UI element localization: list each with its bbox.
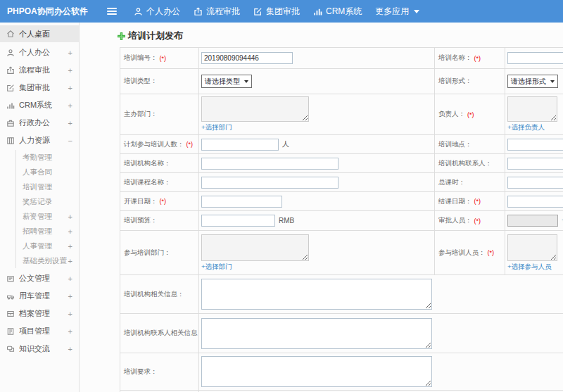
field-label: 负责人：	[438, 110, 465, 119]
expand-plus-icon[interactable]: +	[68, 292, 72, 301]
training-location-input[interactable]	[507, 139, 563, 151]
sidebar-hr-submenu: 考勤管理 人事合同 培训管理 奖惩记录 薪资管理 + 招聘管理 + 人事管理 +…	[15, 150, 79, 268]
training-type-select[interactable]: 请选择类型	[201, 75, 252, 88]
collapse-minus-icon[interactable]: −	[68, 137, 72, 145]
expand-plus-icon[interactable]: +	[68, 66, 72, 75]
required-mark: (*)	[474, 217, 481, 225]
sidebar-subitem-rewards[interactable]: 奖惩记录	[16, 194, 79, 209]
expand-plus-icon[interactable]: +	[68, 119, 72, 127]
required-mark: (*)	[160, 55, 167, 62]
participants-textarea[interactable]	[507, 234, 557, 261]
field-label: 结课日期：	[438, 197, 472, 206]
select-value: 请选择类型	[205, 77, 240, 87]
course-name-input[interactable]	[201, 177, 339, 189]
select-participants-link[interactable]: +选择参与人员	[507, 263, 552, 272]
sidebar-sublabel: 人事管理	[23, 241, 52, 251]
field-label: 培训编号：	[124, 53, 158, 63]
select-responsible-link[interactable]: +选择负责人	[507, 123, 545, 132]
host-department-textarea[interactable]	[201, 96, 309, 122]
expand-plus-icon[interactable]: +	[68, 213, 72, 221]
expand-plus-icon[interactable]: +	[68, 327, 72, 336]
topnav-group-approval[interactable]: 集团审批	[253, 6, 300, 18]
approver-input	[507, 215, 558, 227]
total-hours-input[interactable]	[507, 177, 563, 189]
page-title: 培训计划发布	[128, 30, 183, 42]
sidebar-subitem-salary[interactable]: 薪资管理 +	[16, 209, 79, 224]
participant-count-input[interactable]	[201, 139, 279, 151]
plus-icon	[117, 32, 126, 41]
sidebar-label: 行政办公	[19, 118, 50, 128]
end-date-input[interactable]	[507, 196, 563, 208]
expand-plus-icon[interactable]: +	[68, 257, 72, 265]
field-label: 培训机构联系人：	[438, 159, 492, 168]
topnav-label: 更多应用	[375, 6, 409, 18]
institution-contact-info-textarea[interactable]	[201, 318, 432, 349]
document-icon	[6, 274, 15, 283]
sidebar-item-desktop[interactable]: 个人桌面	[0, 25, 79, 42]
field-label: 参与培训人员：	[438, 248, 486, 258]
participant-departments-textarea[interactable]	[201, 234, 309, 261]
expand-plus-icon[interactable]: +	[68, 345, 72, 353]
top-nav: 个人办公 流程审批 集团审批 CRM系统 更多应用	[134, 6, 433, 18]
topnav-label: 集团审批	[266, 6, 300, 18]
sidebar-subitem-attendance[interactable]: 考勤管理	[16, 150, 79, 165]
field-label: 培训预算：	[124, 216, 158, 225]
institution-info-textarea[interactable]	[201, 279, 432, 310]
sidebar-label: CRM系统	[19, 100, 52, 110]
sidebar-item-group-approval[interactable]: 集团审批 +	[0, 79, 79, 96]
training-requirements-textarea[interactable]	[201, 356, 432, 387]
expand-plus-icon[interactable]: +	[68, 101, 72, 110]
form-row: 培训机构相关信息：	[120, 275, 563, 314]
field-label: 参与培训部门：	[124, 248, 171, 258]
training-form-select[interactable]: 请选择形式	[507, 75, 558, 88]
responsible-person-textarea[interactable]	[507, 96, 557, 122]
form-row: 培训预算： RMB 审批人员：(*) +选择审批人员	[120, 211, 563, 231]
flow-approval-icon	[6, 66, 15, 75]
sidebar-item-hr[interactable]: 人力资源 −	[0, 132, 79, 149]
sidebar-item-admin-office[interactable]: 行政办公 +	[0, 114, 79, 132]
sidebar-subitem-training[interactable]: 培训管理	[16, 179, 79, 194]
sidebar-subitem-personnel[interactable]: 人事管理 +	[16, 239, 79, 253]
expand-plus-icon[interactable]: +	[68, 49, 72, 57]
topnav-more-apps[interactable]: 更多应用	[375, 6, 419, 18]
institution-contact-input[interactable]	[507, 158, 563, 170]
topnav-label: CRM系统	[326, 6, 362, 18]
expand-plus-icon[interactable]: +	[68, 274, 72, 283]
sidebar-item-personal-office[interactable]: 个人办公 +	[0, 44, 79, 61]
expand-plus-icon[interactable]: +	[68, 310, 72, 318]
sidebar-item-projects[interactable]: 项目管理 +	[0, 322, 79, 340]
unit-suffix: 人	[282, 139, 289, 149]
topnav-flow-approval[interactable]: 流程审批	[194, 6, 240, 18]
institution-name-input[interactable]	[201, 158, 339, 170]
sidebar-item-crm[interactable]: CRM系统 +	[0, 96, 79, 114]
select-department-link[interactable]: +选择部门	[201, 123, 232, 132]
sidebar-item-knowledge[interactable]: 知识交流 +	[0, 340, 79, 358]
sidebar-subitem-base-category[interactable]: 基础类别设置 +	[16, 253, 79, 268]
select-value: 请选择形式	[511, 77, 546, 87]
training-name-input[interactable]	[507, 52, 563, 64]
form-row: 主办部门： +选择部门 负责人：(*) +选择负责人	[120, 94, 563, 135]
sidebar-subitem-recruit[interactable]: 招聘管理 +	[16, 224, 79, 239]
select-department-link[interactable]: +选择部门	[201, 263, 232, 272]
sidebar-item-flow-approval[interactable]: 流程审批 +	[0, 61, 79, 79]
form-row: 开课日期：(*) 结课日期：(*)	[120, 192, 563, 211]
sidebar-subitem-hr-contract[interactable]: 人事合同	[16, 165, 79, 179]
sidebar-label: 集团审批	[19, 82, 50, 93]
expand-plus-icon[interactable]: +	[68, 84, 72, 92]
sidebar-item-vehicles[interactable]: 用车管理 +	[0, 287, 79, 305]
expand-plus-icon[interactable]: +	[68, 227, 72, 236]
user-icon	[6, 49, 15, 57]
main-content: 培训计划发布 培训编号：(*) 培训名称：(*) 培训类型： 请选择类型 培训形…	[80, 23, 563, 392]
hamburger-menu-icon[interactable]	[107, 6, 117, 16]
field-label: 培训课程名称：	[124, 178, 171, 187]
sidebar-item-documents[interactable]: 公文管理 +	[0, 270, 79, 287]
topnav-crm[interactable]: CRM系统	[313, 6, 362, 18]
budget-input[interactable]	[201, 215, 275, 227]
sidebar-item-archives[interactable]: 档案管理 +	[0, 305, 79, 322]
topnav-personal-office[interactable]: 个人办公	[134, 6, 180, 18]
car-icon	[6, 292, 15, 301]
expand-plus-icon[interactable]: +	[68, 242, 72, 251]
start-date-input[interactable]	[201, 196, 282, 208]
training-number-input[interactable]	[201, 52, 293, 64]
sidebar-label: 项目管理	[19, 326, 50, 336]
